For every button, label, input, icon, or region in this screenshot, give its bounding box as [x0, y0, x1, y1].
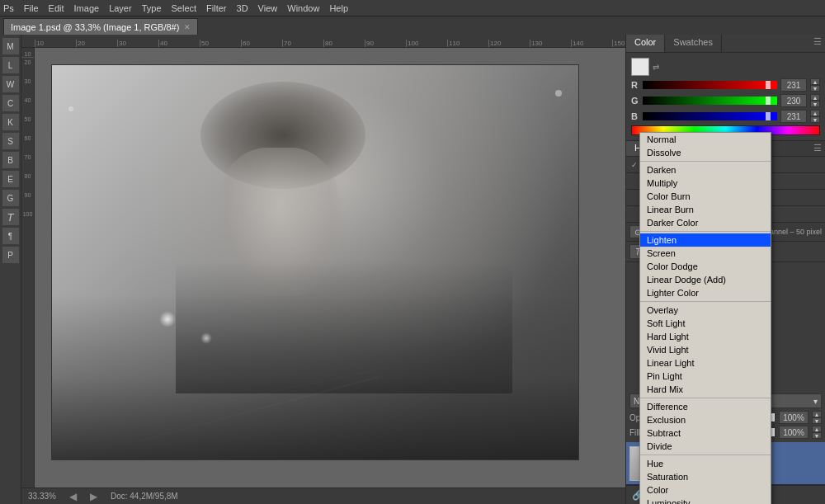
swap-colors-icon[interactable]: ⇄ [653, 63, 659, 72]
nav-prev-icon[interactable]: ◀ [69, 491, 77, 502]
active-tab[interactable]: Image 1.psd @ 33,3% (Image 1, RGB/8#) ✕ [3, 18, 198, 35]
blend-pin-light[interactable]: Pin Light [640, 370, 771, 383]
tool-brush[interactable]: B [2, 152, 19, 168]
menu-view[interactable]: View [258, 3, 278, 13]
menu-image[interactable]: Image [74, 3, 100, 13]
menu-edit[interactable]: Edit [49, 3, 64, 13]
blend-darker-color[interactable]: Darker Color [640, 216, 771, 229]
b-up[interactable]: ▲ [810, 110, 820, 116]
tool-crop[interactable]: C [2, 95, 19, 111]
blend-screen[interactable]: Screen [640, 247, 771, 260]
blend-overlay[interactable]: Overlay [640, 304, 771, 317]
blend-lighten[interactable]: Lighten [640, 233, 771, 247]
menu-filter[interactable]: Filter [206, 3, 226, 13]
menu-ps[interactable]: Ps [3, 3, 14, 13]
b-value[interactable]: 231 [780, 110, 807, 123]
blend-divide[interactable]: Divide [640, 440, 771, 453]
blend-subtract[interactable]: Subtract [640, 426, 771, 440]
menu-window[interactable]: Window [287, 3, 319, 13]
green-channel-row: G 230 ▲ ▼ [631, 94, 820, 107]
blend-lighter-color[interactable]: Lighter Color [640, 286, 771, 299]
blend-linear-dodge[interactable]: Linear Dodge (Add) [640, 273, 771, 286]
tool-move[interactable]: M [2, 38, 19, 54]
blend-hard-mix[interactable]: Hard Mix [640, 383, 771, 396]
r-value[interactable]: 231 [780, 78, 807, 92]
ruler-h-mark: 140 [571, 40, 612, 47]
tab-bar: Image 1.psd @ 33,3% (Image 1, RGB/8#) ✕ [0, 16, 825, 35]
green-slider[interactable] [643, 97, 777, 105]
tool-eraser[interactable]: E [2, 171, 19, 187]
fill-up[interactable]: ▲ [812, 426, 822, 432]
blend-multiply[interactable]: Multiply [640, 177, 771, 190]
tool-paragraph[interactable]: ¶ [2, 228, 19, 244]
menu-type[interactable]: Type [142, 3, 162, 13]
panel-options-icon[interactable]: ☰ [810, 141, 825, 156]
b-down[interactable]: ▼ [810, 116, 820, 123]
opacity-up[interactable]: ▲ [812, 411, 822, 417]
ruler-h-mark: 90 [365, 40, 406, 47]
blend-hue[interactable]: Hue [640, 457, 771, 470]
fill-down[interactable]: ▼ [812, 432, 822, 439]
tools-panel: M L W C K S B E G T ¶ P [0, 35, 21, 504]
tool-healing[interactable]: S [2, 133, 19, 149]
ruler-vertical: 10 20 30 40 50 60 70 80 90 100 [21, 48, 35, 488]
ruler-h-mark: 120 [488, 40, 530, 47]
zoom-level: 33.33% [28, 492, 56, 501]
opacity-value[interactable]: 100% [779, 411, 808, 424]
color-tab[interactable]: Color [626, 35, 665, 52]
tool-eyedropper[interactable]: K [2, 114, 19, 130]
blend-color[interactable]: Color [640, 483, 771, 497]
check-icon-1: ✓ [629, 160, 639, 170]
blend-linear-light[interactable]: Linear Light [640, 356, 771, 370]
blend-hard-light[interactable]: Hard Light [640, 330, 771, 343]
ruler-h-mark: 110 [447, 40, 488, 47]
blend-normal[interactable]: Normal [640, 133, 771, 146]
blend-vivid-light[interactable]: Vivid Light [640, 343, 771, 356]
panel-menu-icon[interactable]: ☰ [810, 35, 825, 52]
blend-dissolve[interactable]: Dissolve [640, 146, 771, 159]
blue-slider[interactable] [643, 112, 777, 120]
blend-soft-light[interactable]: Soft Light [640, 317, 771, 330]
city-overlay [52, 294, 578, 459]
r-up[interactable]: ▲ [810, 78, 820, 85]
tool-type[interactable]: T [2, 209, 19, 225]
b-label: B [631, 111, 639, 121]
menu-help[interactable]: Help [329, 3, 348, 13]
canvas-image [51, 64, 579, 460]
tool-gradient[interactable]: G [2, 190, 19, 206]
g-down[interactable]: ▼ [810, 101, 820, 107]
red-channel-row: R 231 ▲ ▼ [631, 78, 820, 92]
close-tab-icon[interactable]: ✕ [184, 23, 191, 31]
corner-dots [555, 90, 562, 97]
swatches-tab[interactable]: Swatches [665, 35, 722, 52]
g-up[interactable]: ▲ [810, 94, 820, 101]
canvas-viewport[interactable] [35, 48, 625, 488]
blend-linear-burn[interactable]: Linear Burn [640, 203, 771, 216]
blend-color-burn[interactable]: Color Burn [640, 190, 771, 203]
blend-difference[interactable]: Difference [640, 400, 771, 413]
red-slider[interactable] [643, 81, 777, 89]
separator-5 [640, 455, 771, 455]
ruler-h-mark: 50 [200, 40, 241, 47]
menu-file[interactable]: File [24, 3, 39, 13]
r-down[interactable]: ▼ [810, 85, 820, 92]
tool-wand[interactable]: W [2, 76, 19, 92]
tool-path[interactable]: P [2, 247, 19, 263]
blend-color-dodge[interactable]: Color Dodge [640, 260, 771, 273]
nav-next-icon[interactable]: ▶ [90, 491, 97, 502]
opacity-down[interactable]: ▼ [812, 417, 822, 424]
menu-select[interactable]: Select [172, 3, 197, 13]
foreground-color-swatch[interactable] [631, 58, 649, 76]
blend-saturation[interactable]: Saturation [640, 470, 771, 483]
menu-layer[interactable]: Layer [109, 3, 132, 13]
tool-lasso[interactable]: L [2, 57, 19, 73]
blend-popup-menu: Normal Dissolve Darken Multiply Color Bu… [639, 132, 771, 504]
blend-darken[interactable]: Darken [640, 163, 771, 177]
g-value[interactable]: 230 [780, 94, 807, 107]
ruler-horizontal: 10 20 30 40 50 60 70 80 90 100 110 120 1… [21, 35, 625, 48]
blend-exclusion[interactable]: Exclusion [640, 413, 771, 426]
blend-luminosity[interactable]: Luminosity [640, 497, 771, 504]
fill-value[interactable]: 100% [779, 426, 808, 439]
ruler-h-mark: 30 [117, 40, 158, 47]
menu-3d[interactable]: 3D [237, 3, 248, 13]
